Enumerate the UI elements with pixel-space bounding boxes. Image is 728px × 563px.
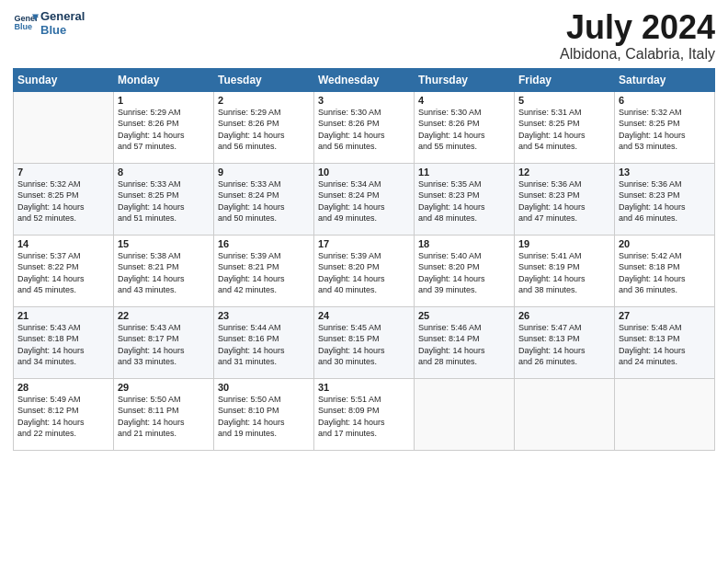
calendar-cell: 1Sunrise: 5:29 AM Sunset: 8:26 PM Daylig… [114,91,214,163]
calendar-cell: 15Sunrise: 5:38 AM Sunset: 8:21 PM Dayli… [114,235,214,306]
month-title: July 2024 [560,9,715,46]
week-row-3: 21Sunrise: 5:43 AM Sunset: 8:18 PM Dayli… [14,306,715,378]
day-number: 26 [518,310,610,321]
day-info: Sunrise: 5:43 AM Sunset: 8:18 PM Dayligh… [17,322,109,368]
calendar-table: SundayMondayTuesdayWednesdayThursdayFrid… [13,68,715,451]
day-number: 27 [619,310,711,321]
header-day-friday: Friday [515,68,615,91]
logo-line1: General [40,10,85,23]
calendar-cell: 21Sunrise: 5:43 AM Sunset: 8:18 PM Dayli… [14,306,114,378]
day-info: Sunrise: 5:29 AM Sunset: 8:26 PM Dayligh… [218,107,310,153]
day-number: 30 [218,382,310,393]
week-row-2: 14Sunrise: 5:37 AM Sunset: 8:22 PM Dayli… [14,235,715,306]
calendar-cell: 9Sunrise: 5:33 AM Sunset: 8:24 PM Daylig… [214,163,314,235]
calendar-cell: 8Sunrise: 5:33 AM Sunset: 8:25 PM Daylig… [114,163,214,235]
logo-icon: General Blue [13,9,39,35]
calendar-cell: 30Sunrise: 5:50 AM Sunset: 8:10 PM Dayli… [214,378,314,450]
calendar-cell: 26Sunrise: 5:47 AM Sunset: 8:13 PM Dayli… [515,306,615,378]
day-info: Sunrise: 5:46 AM Sunset: 8:14 PM Dayligh… [418,322,510,368]
day-info: Sunrise: 5:34 AM Sunset: 8:24 PM Dayligh… [318,178,410,224]
day-number: 24 [318,310,410,321]
svg-text:Blue: Blue [14,22,32,31]
day-number: 29 [118,382,210,393]
header-day-thursday: Thursday [415,68,515,91]
calendar-cell: 2Sunrise: 5:29 AM Sunset: 8:26 PM Daylig… [214,91,314,163]
calendar-cell: 24Sunrise: 5:45 AM Sunset: 8:15 PM Dayli… [314,306,415,378]
day-number: 22 [118,310,210,321]
calendar-cell: 29Sunrise: 5:50 AM Sunset: 8:11 PM Dayli… [114,378,214,450]
day-number: 31 [318,382,410,393]
day-info: Sunrise: 5:31 AM Sunset: 8:25 PM Dayligh… [518,107,610,153]
day-info: Sunrise: 5:30 AM Sunset: 8:26 PM Dayligh… [418,107,510,153]
header-row: SundayMondayTuesdayWednesdayThursdayFrid… [14,68,715,91]
header: General Blue General Blue July 2024 Albi… [13,9,715,63]
calendar-cell [415,378,515,450]
day-number: 14 [17,238,109,249]
day-number: 5 [518,95,610,106]
calendar-cell: 11Sunrise: 5:35 AM Sunset: 8:23 PM Dayli… [415,163,515,235]
day-info: Sunrise: 5:36 AM Sunset: 8:23 PM Dayligh… [518,178,610,224]
calendar-cell: 3Sunrise: 5:30 AM Sunset: 8:26 PM Daylig… [314,91,415,163]
week-row-1: 7Sunrise: 5:32 AM Sunset: 8:25 PM Daylig… [14,163,715,235]
day-number: 9 [218,167,310,178]
day-number: 17 [318,238,410,249]
location-title: Albidona, Calabria, Italy [560,46,715,63]
day-info: Sunrise: 5:39 AM Sunset: 8:20 PM Dayligh… [318,250,410,296]
logo: General Blue General Blue [13,9,85,37]
day-info: Sunrise: 5:43 AM Sunset: 8:17 PM Dayligh… [118,322,210,368]
week-row-4: 28Sunrise: 5:49 AM Sunset: 8:12 PM Dayli… [14,378,715,450]
week-row-0: 1Sunrise: 5:29 AM Sunset: 8:26 PM Daylig… [14,91,715,163]
day-info: Sunrise: 5:32 AM Sunset: 8:25 PM Dayligh… [17,178,109,224]
day-number: 13 [619,167,711,178]
calendar-cell [14,91,114,163]
day-number: 18 [418,238,510,249]
day-info: Sunrise: 5:50 AM Sunset: 8:10 PM Dayligh… [218,394,310,440]
day-info: Sunrise: 5:45 AM Sunset: 8:15 PM Dayligh… [318,322,410,368]
day-info: Sunrise: 5:39 AM Sunset: 8:21 PM Dayligh… [218,250,310,296]
day-number: 15 [118,238,210,249]
calendar-cell: 20Sunrise: 5:42 AM Sunset: 8:18 PM Dayli… [615,235,715,306]
calendar-cell: 17Sunrise: 5:39 AM Sunset: 8:20 PM Dayli… [314,235,415,306]
day-info: Sunrise: 5:41 AM Sunset: 8:19 PM Dayligh… [518,250,610,296]
day-number: 1 [118,95,210,106]
header-day-wednesday: Wednesday [314,68,415,91]
calendar-cell: 13Sunrise: 5:36 AM Sunset: 8:23 PM Dayli… [615,163,715,235]
calendar-cell: 31Sunrise: 5:51 AM Sunset: 8:09 PM Dayli… [314,378,415,450]
calendar-cell: 22Sunrise: 5:43 AM Sunset: 8:17 PM Dayli… [114,306,214,378]
calendar-cell [515,378,615,450]
day-info: Sunrise: 5:44 AM Sunset: 8:16 PM Dayligh… [218,322,310,368]
day-number: 11 [418,167,510,178]
day-info: Sunrise: 5:35 AM Sunset: 8:23 PM Dayligh… [418,178,510,224]
day-info: Sunrise: 5:48 AM Sunset: 8:13 PM Dayligh… [619,322,711,368]
title-block: July 2024 Albidona, Calabria, Italy [560,9,715,63]
calendar-cell: 10Sunrise: 5:34 AM Sunset: 8:24 PM Dayli… [314,163,415,235]
day-number: 2 [218,95,310,106]
calendar-cell: 18Sunrise: 5:40 AM Sunset: 8:20 PM Dayli… [415,235,515,306]
day-info: Sunrise: 5:49 AM Sunset: 8:12 PM Dayligh… [17,394,109,440]
day-info: Sunrise: 5:30 AM Sunset: 8:26 PM Dayligh… [318,107,410,153]
calendar-cell: 7Sunrise: 5:32 AM Sunset: 8:25 PM Daylig… [14,163,114,235]
calendar-cell: 4Sunrise: 5:30 AM Sunset: 8:26 PM Daylig… [415,91,515,163]
day-info: Sunrise: 5:33 AM Sunset: 8:24 PM Dayligh… [218,178,310,224]
day-number: 23 [218,310,310,321]
day-info: Sunrise: 5:42 AM Sunset: 8:18 PM Dayligh… [619,250,711,296]
calendar-cell: 19Sunrise: 5:41 AM Sunset: 8:19 PM Dayli… [515,235,615,306]
day-info: Sunrise: 5:36 AM Sunset: 8:23 PM Dayligh… [619,178,711,224]
header-day-saturday: Saturday [615,68,715,91]
calendar-cell: 27Sunrise: 5:48 AM Sunset: 8:13 PM Dayli… [615,306,715,378]
header-day-tuesday: Tuesday [214,68,314,91]
calendar-cell [615,378,715,450]
day-number: 4 [418,95,510,106]
day-info: Sunrise: 5:47 AM Sunset: 8:13 PM Dayligh… [518,322,610,368]
day-info: Sunrise: 5:38 AM Sunset: 8:21 PM Dayligh… [118,250,210,296]
calendar-cell: 5Sunrise: 5:31 AM Sunset: 8:25 PM Daylig… [515,91,615,163]
calendar-cell: 23Sunrise: 5:44 AM Sunset: 8:16 PM Dayli… [214,306,314,378]
calendar-cell: 16Sunrise: 5:39 AM Sunset: 8:21 PM Dayli… [214,235,314,306]
page: General Blue General Blue July 2024 Albi… [0,0,728,563]
day-number: 19 [518,238,610,249]
calendar-cell: 14Sunrise: 5:37 AM Sunset: 8:22 PM Dayli… [14,235,114,306]
calendar-cell: 6Sunrise: 5:32 AM Sunset: 8:25 PM Daylig… [615,91,715,163]
header-day-sunday: Sunday [14,68,114,91]
day-number: 8 [118,167,210,178]
day-number: 20 [619,238,711,249]
